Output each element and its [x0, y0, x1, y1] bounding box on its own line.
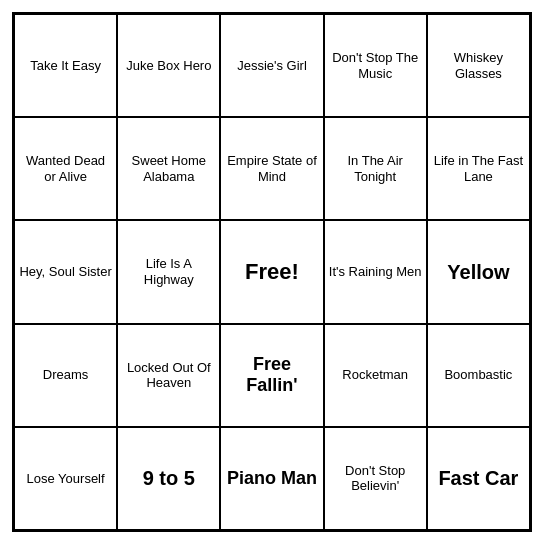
bingo-cell-r1c3: In The Air Tonight — [324, 117, 427, 220]
bingo-cell-r4c1: 9 to 5 — [117, 427, 220, 530]
bingo-cell-r1c1: Sweet Home Alabama — [117, 117, 220, 220]
bingo-cell-r1c2: Empire State of Mind — [220, 117, 323, 220]
bingo-cell-r3c4: Boombastic — [427, 324, 530, 427]
bingo-cell-r2c4: Yellow — [427, 220, 530, 323]
bingo-cell-r1c0: Wanted Dead or Alive — [14, 117, 117, 220]
bingo-cell-r4c2: Piano Man — [220, 427, 323, 530]
bingo-cell-r3c3: Rocketman — [324, 324, 427, 427]
bingo-board: Take It EasyJuke Box HeroJessie's GirlDo… — [12, 12, 532, 532]
bingo-cell-r0c2: Jessie's Girl — [220, 14, 323, 117]
bingo-cell-r0c0: Take It Easy — [14, 14, 117, 117]
bingo-cell-r0c3: Don't Stop The Music — [324, 14, 427, 117]
bingo-cell-r4c0: Lose Yourself — [14, 427, 117, 530]
bingo-cell-r2c3: It's Raining Men — [324, 220, 427, 323]
bingo-cell-r4c3: Don't Stop Believin' — [324, 427, 427, 530]
bingo-cell-r3c2: Free Fallin' — [220, 324, 323, 427]
bingo-cell-r2c1: Life Is A Highway — [117, 220, 220, 323]
bingo-cell-r2c2: Free! — [220, 220, 323, 323]
bingo-cell-r0c4: Whiskey Glasses — [427, 14, 530, 117]
bingo-cell-r3c0: Dreams — [14, 324, 117, 427]
bingo-cell-r3c1: Locked Out Of Heaven — [117, 324, 220, 427]
bingo-cell-r4c4: Fast Car — [427, 427, 530, 530]
bingo-cell-r0c1: Juke Box Hero — [117, 14, 220, 117]
bingo-cell-r2c0: Hey, Soul Sister — [14, 220, 117, 323]
bingo-cell-r1c4: Life in The Fast Lane — [427, 117, 530, 220]
